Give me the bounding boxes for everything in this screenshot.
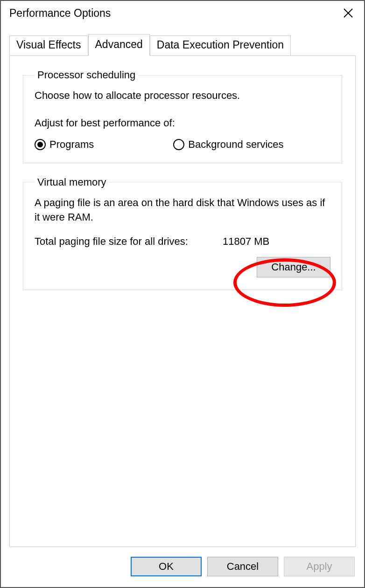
virtual-memory-legend: Virtual memory (35, 176, 109, 188)
virtual-memory-group: Virtual memory A paging file is an area … (23, 176, 342, 291)
virtual-memory-desc: A paging file is an area on the hard dis… (35, 196, 330, 225)
tab-panel-advanced: Processor scheduling Choose how to alloc… (9, 55, 356, 547)
tab-strip: Visual Effects Advanced Data Execution P… (1, 34, 364, 55)
change-button[interactable]: Change... (257, 257, 330, 277)
paging-size-row: Total paging file size for all drives: 1… (35, 235, 330, 248)
radio-background-label: Background services (188, 138, 283, 151)
close-icon (343, 7, 354, 19)
titlebar: Performance Options (1, 1, 364, 25)
processor-scheduling-group: Processor scheduling Choose how to alloc… (23, 69, 342, 163)
radio-icon (173, 139, 184, 150)
paging-size-label: Total paging file size for all drives: (35, 235, 188, 248)
radio-background-services[interactable]: Background services (173, 138, 283, 151)
performance-options-dialog: Performance Options Visual Effects Advan… (0, 0, 365, 588)
dialog-title: Performance Options (9, 7, 111, 20)
radio-programs-label: Programs (49, 138, 94, 151)
adjust-for-label: Adjust for best performance of: (35, 117, 330, 129)
radio-icon (35, 139, 46, 150)
cancel-button[interactable]: Cancel (207, 557, 278, 576)
close-button[interactable] (340, 5, 357, 21)
ok-button[interactable]: OK (131, 557, 202, 576)
processor-scheduling-desc: Choose how to allocate processor resourc… (35, 89, 330, 103)
paging-size-value: 11807 MB (223, 235, 269, 248)
tab-dep[interactable]: Data Execution Prevention (150, 35, 291, 57)
processor-scheduling-legend: Processor scheduling (35, 69, 138, 81)
radio-programs[interactable]: Programs (35, 138, 94, 151)
dialog-button-bar: OK Cancel Apply (1, 553, 364, 587)
radio-row: Programs Background services (35, 138, 330, 151)
tab-visual-effects[interactable]: Visual Effects (9, 35, 88, 57)
change-button-row: Change... (35, 257, 330, 277)
tab-advanced[interactable]: Advanced (88, 34, 150, 56)
apply-button[interactable]: Apply (284, 557, 355, 576)
